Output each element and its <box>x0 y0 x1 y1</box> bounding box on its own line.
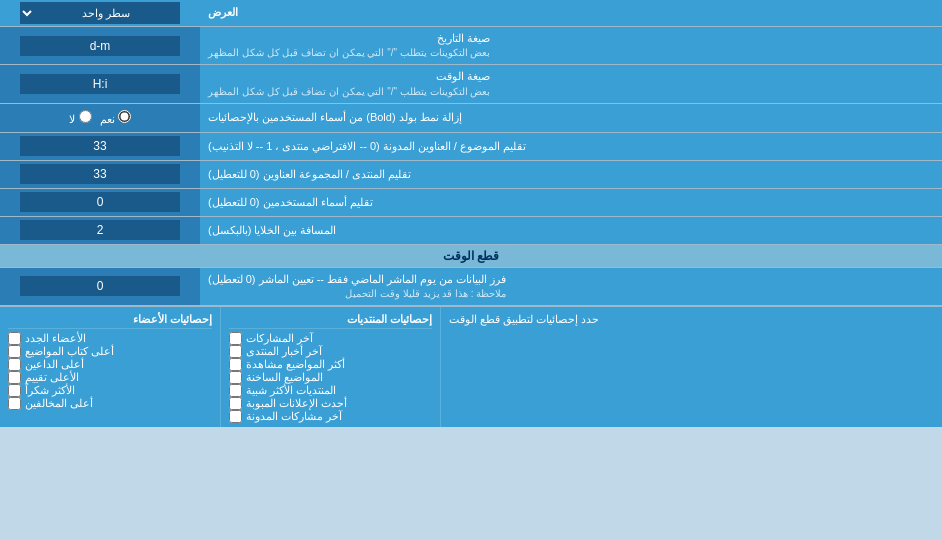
cut-time-input[interactable] <box>20 276 180 296</box>
cb-blog-posts[interactable] <box>229 410 242 423</box>
cb-top-violators[interactable] <box>8 397 21 410</box>
cb-most-viewed[interactable] <box>229 358 242 371</box>
bottom-section: حدد إحصائيات لتطبيق قطع الوقت إحصائيات ا… <box>0 306 942 427</box>
forum-trim-input-wrapper <box>0 161 200 188</box>
time-format-label: صيغة الوقت بعض التكوينات يتطلب "/" التي … <box>200 65 942 102</box>
cb-ads[interactable] <box>229 397 242 410</box>
radio-yes[interactable] <box>118 110 131 123</box>
cb-most-like[interactable] <box>229 384 242 397</box>
remove-bold-radio-wrapper: نعم لا <box>0 104 200 132</box>
username-trim-input-wrapper <box>0 189 200 216</box>
cb-top-inviters[interactable] <box>8 358 21 371</box>
cb-most-thanks[interactable] <box>8 384 21 397</box>
checkbox-most-viewed: أكثر المواضيع مشاهدة <box>229 358 432 371</box>
checkbox-most-like: المنتديات الأكثر شبية <box>229 384 432 397</box>
checkbox-blog-posts: آخر مشاركات المدونة <box>229 410 432 423</box>
remove-bold-row: إزالة نمط بولد (Bold) من أسماء المستخدمي… <box>0 104 942 133</box>
forum-stats-header: إحصائيات المنتديات <box>229 311 432 329</box>
forum-trim-row: تقليم المنتدى / المجموعة العناوين (0 للت… <box>0 161 942 189</box>
display-select[interactable]: سطر واحد سطران ثلاثة أسطر <box>20 2 180 24</box>
checkbox-last-posts: آخر المشاركات <box>229 332 432 345</box>
cut-time-input-wrapper <box>0 268 200 305</box>
cut-time-label: فرز البيانات من يوم الماشر الماضي فقط --… <box>200 268 942 305</box>
checkbox-hot-topics: المواضيع الساخنة <box>229 371 432 384</box>
cb-hot-topics[interactable] <box>229 371 242 384</box>
subject-trim-input-wrapper <box>0 133 200 160</box>
username-trim-row: تقليم أسماء المستخدمين (0 للتعطيل) <box>0 189 942 217</box>
display-select-wrapper: سطر واحد سطران ثلاثة أسطر <box>0 0 200 26</box>
radio-no-label: لا <box>69 110 91 126</box>
date-format-input-wrapper <box>0 27 200 64</box>
checkbox-top-inviters: أعلى الداعين <box>8 358 212 371</box>
time-format-input[interactable] <box>20 74 180 94</box>
cb-top-writers[interactable] <box>8 345 21 358</box>
cb-last-posts[interactable] <box>229 332 242 345</box>
cb-new-members[interactable] <box>8 332 21 345</box>
date-format-row: صيغة التاريخ بعض التكوينات يتطلب "/" الت… <box>0 27 942 65</box>
subject-trim-label: تقليم الموضوع / العناوين المدونة (0 -- ا… <box>200 133 942 160</box>
time-format-input-wrapper <box>0 65 200 102</box>
checkbox-top-writers: أعلى كتاب المواضيع <box>8 345 212 358</box>
main-container: العرض سطر واحد سطران ثلاثة أسطر صيغة الت… <box>0 0 942 427</box>
cb-top-rated[interactable] <box>8 371 21 384</box>
checkbox-new-members: الأعضاء الجدد <box>8 332 212 345</box>
remove-bold-label: إزالة نمط بولد (Bold) من أسماء المستخدمي… <box>200 104 942 132</box>
radio-yes-label: نعم <box>100 110 131 126</box>
header-label: العرض <box>200 0 942 26</box>
username-trim-input[interactable] <box>20 192 180 212</box>
forum-trim-input[interactable] <box>20 164 180 184</box>
forum-stats-col: إحصائيات المنتديات آخر المشاركات آخر أخب… <box>220 307 440 427</box>
checkbox-forum-news: آخر أخبار المنتدى <box>229 345 432 358</box>
cut-time-row: فرز البيانات من يوم الماشر الماضي فقط --… <box>0 268 942 306</box>
header-row: العرض سطر واحد سطران ثلاثة أسطر <box>0 0 942 27</box>
cell-spacing-input[interactable] <box>20 220 180 240</box>
username-trim-label: تقليم أسماء المستخدمين (0 للتعطيل) <box>200 189 942 216</box>
member-stats-header: إحصائيات الأعضاء <box>8 311 212 329</box>
radio-no[interactable] <box>79 110 92 123</box>
checkbox-top-rated: الأعلى تقييم <box>8 371 212 384</box>
date-format-label: صيغة التاريخ بعض التكوينات يتطلب "/" الت… <box>200 27 942 64</box>
time-format-row: صيغة الوقت بعض التكوينات يتطلب "/" التي … <box>0 65 942 103</box>
cut-time-section-header: قطع الوقت <box>0 245 942 268</box>
date-format-input[interactable] <box>20 36 180 56</box>
cell-spacing-row: المسافة بين الخلايا (بالبكسل) <box>0 217 942 245</box>
checkbox-top-violators: أعلى المخالفين <box>8 397 212 410</box>
subject-trim-row: تقليم الموضوع / العناوين المدونة (0 -- ا… <box>0 133 942 161</box>
checkbox-ads: أحدث الإعلانات المبوبة <box>229 397 432 410</box>
forum-trim-label: تقليم المنتدى / المجموعة العناوين (0 للت… <box>200 161 942 188</box>
cell-spacing-input-wrapper <box>0 217 200 244</box>
cell-spacing-label: المسافة بين الخلايا (بالبكسل) <box>200 217 942 244</box>
cb-forum-news[interactable] <box>229 345 242 358</box>
member-stats-col: إحصائيات الأعضاء الأعضاء الجدد أعلى كتاب… <box>0 307 220 427</box>
subject-trim-input[interactable] <box>20 136 180 156</box>
checkbox-most-thanks: الأكثر شكراً <box>8 384 212 397</box>
limit-label: حدد إحصائيات لتطبيق قطع الوقت <box>440 307 942 427</box>
